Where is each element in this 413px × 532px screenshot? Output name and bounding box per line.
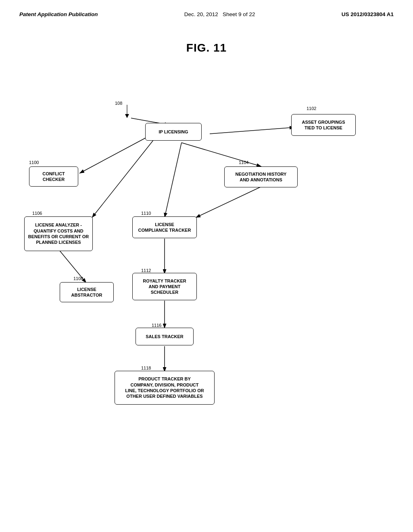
royalty-tracker-box: ROYALTY TRACKERAND PAYMENTSCHEDULER bbox=[132, 273, 197, 300]
negotiation-history-box: NEGOTIATION HISTORYAND ANNOTATIONS bbox=[224, 166, 298, 187]
svg-line-6 bbox=[196, 187, 261, 218]
ref-1118: 1118 bbox=[141, 366, 151, 370]
ref-1116: 1116 bbox=[152, 323, 161, 328]
header-patent-number: US 2012/0323804 A1 bbox=[342, 11, 394, 17]
svg-marker-13 bbox=[125, 114, 129, 118]
page-header: Patent Application Publication Dec. 20, … bbox=[0, 0, 413, 17]
ip-licensing-box: IP LICENSING bbox=[145, 123, 202, 141]
svg-line-2 bbox=[79, 134, 153, 173]
asset-groupings-box: ASSET GROUPINGSTIED TO LICENSE bbox=[291, 114, 356, 136]
license-compliance-box: LICENSECOMPLIANCE TRACKER bbox=[132, 216, 197, 238]
ref-1102: 1102 bbox=[307, 106, 316, 111]
svg-line-1 bbox=[210, 127, 294, 134]
diagram-container: 108 IP LICENSING 1102 ASSET GROUPINGSTIE… bbox=[0, 62, 413, 425]
header-date: Dec. 20, 2012 bbox=[184, 11, 218, 17]
ref-108-arrow bbox=[119, 103, 135, 119]
ref-1112: 1112 bbox=[141, 268, 151, 273]
svg-line-4 bbox=[165, 143, 181, 218]
header-publication-type: Patent Application Publication bbox=[19, 11, 98, 17]
ref-1106: 1106 bbox=[32, 211, 42, 216]
sales-tracker-box: SALES TRACKER bbox=[136, 328, 194, 345]
svg-line-3 bbox=[181, 143, 261, 166]
ref-1104: 1104 bbox=[239, 160, 248, 165]
conflict-checker-box: CONFLICTCHECKER bbox=[29, 166, 78, 187]
svg-line-5 bbox=[92, 140, 153, 218]
ref-1108: 1108 bbox=[73, 276, 83, 281]
product-tracker-box: PRODUCT TRACKER BYCOMPANY, DIVISION, PRO… bbox=[115, 371, 215, 405]
header-sheet: Sheet 9 of 22 bbox=[223, 11, 255, 17]
ref-1100: 1100 bbox=[29, 160, 39, 165]
figure-title: FIG. 11 bbox=[0, 42, 413, 54]
ref-1110: 1110 bbox=[141, 211, 151, 216]
header-center: Dec. 20, 2012 Sheet 9 of 22 bbox=[184, 11, 255, 17]
license-abstractor-box: LICENSEABSTRACTOR bbox=[60, 282, 114, 302]
license-analyzer-box: LICENSE ANALYZER -QUANTIFY COSTS ANDBENE… bbox=[24, 216, 93, 251]
